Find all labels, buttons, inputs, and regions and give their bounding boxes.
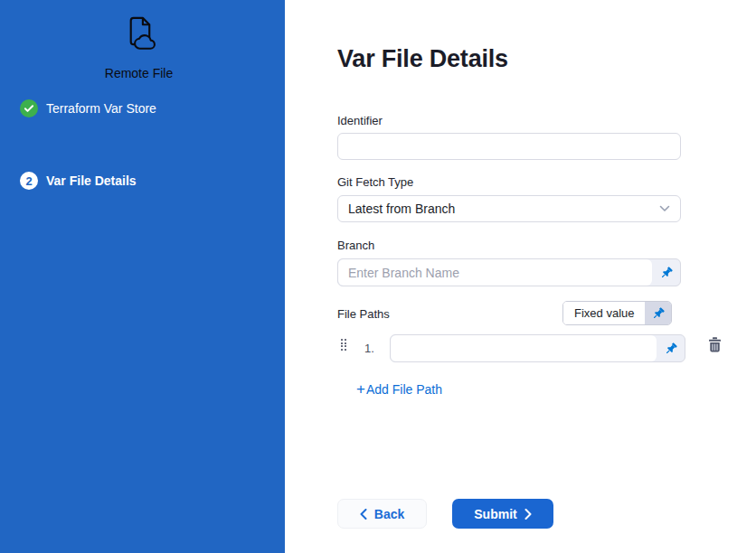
drag-handle[interactable] <box>341 339 348 351</box>
identifier-input[interactable] <box>337 133 681 160</box>
file-path-input-group <box>390 334 685 362</box>
git-fetch-type-value: Latest from Branch <box>348 202 455 216</box>
file-paths-label: File Paths <box>337 307 390 321</box>
trash-icon <box>708 337 722 352</box>
back-button-label: Back <box>374 507 404 521</box>
delete-row-button[interactable] <box>707 337 722 352</box>
pin-icon <box>664 342 678 356</box>
submit-button[interactable]: Submit <box>452 499 553 529</box>
remote-file-icon <box>119 13 158 52</box>
runtime-pin-button[interactable] <box>652 259 680 286</box>
chevron-right-icon <box>524 509 532 520</box>
sidebar-step-terraform-var-store[interactable]: Terraform Var Store <box>20 99 156 117</box>
branch-input[interactable] <box>338 259 652 286</box>
branch-label: Branch <box>337 239 374 252</box>
file-path-input[interactable] <box>391 335 657 361</box>
pin-icon <box>651 306 666 321</box>
wizard-dialog: Remote File Terraform Var Store 2 Var Fi… <box>0 0 756 553</box>
step-label: Terraform Var Store <box>46 101 156 116</box>
chevron-down-icon <box>659 205 670 212</box>
sidebar-step-var-file-details[interactable]: 2 Var File Details <box>20 172 137 190</box>
step-label: Var File Details <box>46 173 137 188</box>
git-fetch-type-label: Git Fetch Type <box>337 175 413 189</box>
runtime-pin-button[interactable] <box>657 335 685 361</box>
runtime-pin-button[interactable] <box>645 302 671 324</box>
wizard-sidebar: Remote File Terraform Var Store 2 Var Fi… <box>0 0 285 553</box>
chevron-left-icon <box>360 509 367 520</box>
var-file-details-panel: Var File Details Identifier Git Fetch Ty… <box>285 0 756 553</box>
row-index: 1. <box>364 342 374 355</box>
page-title: Var File Details <box>337 45 508 73</box>
input-type-value: Fixed value <box>563 302 645 324</box>
pin-icon <box>659 266 674 280</box>
file-paths-input-type-button[interactable]: Fixed value <box>562 301 672 325</box>
wizard-header-label: Remote File <box>0 66 278 80</box>
check-icon <box>20 99 38 117</box>
identifier-label: Identifier <box>337 114 383 127</box>
add-file-path-label: Add File Path <box>366 382 442 397</box>
back-button[interactable]: Back <box>337 499 427 529</box>
branch-input-group <box>337 258 681 286</box>
step-number-badge: 2 <box>20 172 38 190</box>
git-fetch-type-select[interactable]: Latest from Branch <box>337 195 681 222</box>
plus-icon: + <box>356 383 365 396</box>
add-file-path-button[interactable]: + Add File Path <box>356 382 442 397</box>
submit-button-label: Submit <box>474 507 516 521</box>
